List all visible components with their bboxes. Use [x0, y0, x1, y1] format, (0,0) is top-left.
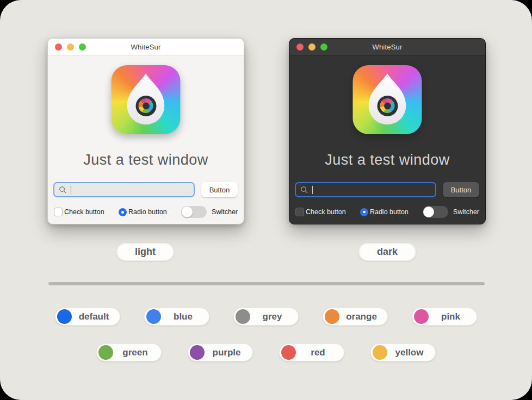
swatch-color-circle [146, 309, 161, 324]
app-icon [112, 65, 181, 134]
theme-preview-banner: WhiteSur Just a test window [0, 0, 532, 400]
swatch-color-circle [325, 309, 339, 324]
search-icon [59, 186, 67, 194]
swatch-color-circle [190, 345, 205, 360]
swatch-label: red [296, 347, 342, 358]
swatch-label: green [113, 347, 159, 358]
push-button[interactable]: Button [443, 182, 479, 197]
switch-toggle[interactable] [423, 206, 448, 218]
swatch-color-circle [98, 345, 113, 360]
window-dark: WhiteSur Just a test window [289, 38, 486, 224]
checkbox-label: Check button [64, 208, 104, 216]
swatch-color-circle [373, 345, 387, 360]
switch-toggle[interactable] [181, 206, 207, 218]
checkbox[interactable] [295, 208, 304, 216]
color-wheel-lens-icon [377, 96, 398, 116]
swatch-row-1: defaultbluegreyorangepink [0, 308, 532, 326]
search-icon [300, 186, 308, 194]
theme-swatch-yellow[interactable]: yellow [370, 343, 436, 361]
theme-swatch-grey[interactable]: grey [233, 308, 299, 326]
caption-dark: dark [358, 243, 416, 261]
theme-swatch-default[interactable]: default [55, 308, 120, 326]
swatch-label: pink [429, 311, 475, 322]
text-cursor [312, 186, 313, 194]
push-button[interactable]: Button [201, 182, 238, 197]
swatch-label: grey [250, 311, 296, 322]
theme-swatch-blue[interactable]: blue [144, 308, 209, 326]
switch-label: Switcher [453, 208, 479, 216]
radio-label: Radio button [370, 208, 409, 216]
swatch-label: yellow [387, 347, 434, 358]
theme-swatch-purple[interactable]: purple [188, 343, 253, 361]
search-entry[interactable] [295, 182, 436, 197]
swatch-label: orange [339, 311, 386, 322]
swatch-row-2: greenpurpleredyellow [0, 343, 532, 361]
switch-label: Switcher [212, 208, 238, 216]
checkbox[interactable] [54, 208, 63, 216]
swatch-label: default [72, 311, 118, 322]
checkbox-label: Check button [306, 208, 346, 216]
titlebar[interactable]: WhiteSur [48, 39, 244, 55]
swatch-label: purple [205, 347, 251, 358]
app-icon [353, 65, 422, 134]
text-cursor [71, 186, 71, 194]
theme-swatch-red[interactable]: red [279, 343, 344, 361]
divider [48, 282, 485, 285]
theme-swatch-green[interactable]: green [96, 343, 162, 361]
radio-button[interactable] [360, 208, 368, 216]
radio-button[interactable] [119, 208, 127, 216]
search-entry[interactable] [53, 182, 195, 197]
swatch-color-circle [281, 345, 296, 360]
theme-swatch-pink[interactable]: pink [412, 308, 477, 326]
swatch-label: blue [161, 311, 207, 322]
theme-swatch-orange[interactable]: orange [323, 308, 388, 326]
window-heading: Just a test window [289, 152, 485, 168]
caption-light: light [116, 243, 174, 261]
window-title: WhiteSur [48, 43, 244, 51]
radio-label: Radio button [128, 208, 167, 216]
swatch-color-circle [414, 309, 429, 324]
window-light: WhiteSur Just a test window [47, 38, 244, 224]
window-heading: Just a test window [48, 152, 244, 168]
swatch-color-circle [57, 309, 72, 324]
swatch-color-circle [236, 309, 250, 324]
window-title: WhiteSur [289, 43, 485, 51]
titlebar[interactable]: WhiteSur [289, 39, 485, 55]
color-wheel-lens-icon [135, 96, 156, 116]
